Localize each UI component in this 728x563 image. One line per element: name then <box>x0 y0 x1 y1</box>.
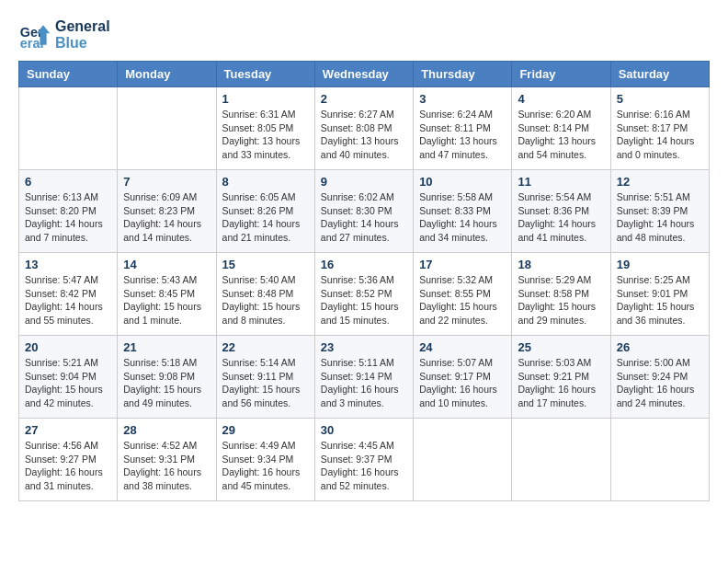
calendar-day-cell: 30Sunrise: 4:45 AM Sunset: 9:37 PM Dayli… <box>314 419 413 501</box>
calendar-day-cell: 22Sunrise: 5:14 AM Sunset: 9:11 PM Dayli… <box>216 336 314 419</box>
day-number: 19 <box>617 258 703 271</box>
day-number: 6 <box>25 175 111 189</box>
day-number: 1 <box>222 92 309 106</box>
calendar-day-cell: 3Sunrise: 6:24 AM Sunset: 8:11 PM Daylig… <box>414 87 512 170</box>
calendar-day-cell: 24Sunrise: 5:07 AM Sunset: 9:17 PM Dayli… <box>414 336 512 419</box>
calendar-day-cell: 21Sunrise: 5:18 AM Sunset: 9:08 PM Dayli… <box>118 336 216 419</box>
day-info: Sunrise: 6:16 AM Sunset: 8:17 PM Dayligh… <box>617 108 703 162</box>
day-info: Sunrise: 4:56 AM Sunset: 9:27 PM Dayligh… <box>25 439 111 493</box>
calendar-day-cell <box>512 419 610 501</box>
calendar-table: SundayMondayTuesdayWednesdayThursdayFrid… <box>18 61 710 501</box>
calendar-day-cell: 4Sunrise: 6:20 AM Sunset: 8:14 PM Daylig… <box>512 87 610 170</box>
calendar-week-row: 1Sunrise: 6:31 AM Sunset: 8:05 PM Daylig… <box>19 87 710 170</box>
calendar-week-row: 27Sunrise: 4:56 AM Sunset: 9:27 PM Dayli… <box>19 419 710 501</box>
logo-text-line2: Blue <box>55 35 110 52</box>
logo-icon: Gen eral <box>18 18 51 52</box>
day-number: 7 <box>123 175 210 189</box>
day-number: 13 <box>25 258 111 271</box>
weekday-header-row: SundayMondayTuesdayWednesdayThursdayFrid… <box>19 62 710 87</box>
weekday-header-cell: Saturday <box>610 62 709 87</box>
calendar-day-cell: 6Sunrise: 6:13 AM Sunset: 8:20 PM Daylig… <box>19 170 118 253</box>
day-info: Sunrise: 4:49 AM Sunset: 9:34 PM Dayligh… <box>222 439 309 493</box>
day-info: Sunrise: 5:40 AM Sunset: 8:48 PM Dayligh… <box>222 273 309 327</box>
day-info: Sunrise: 6:27 AM Sunset: 8:08 PM Dayligh… <box>321 108 407 162</box>
day-number: 26 <box>617 340 703 354</box>
calendar-day-cell: 16Sunrise: 5:36 AM Sunset: 8:52 PM Dayli… <box>314 253 413 336</box>
day-number: 15 <box>222 258 309 271</box>
day-info: Sunrise: 5:18 AM Sunset: 9:08 PM Dayligh… <box>123 356 210 410</box>
weekday-header-cell: Tuesday <box>216 62 314 87</box>
calendar-day-cell <box>19 87 118 170</box>
day-info: Sunrise: 5:25 AM Sunset: 9:01 PM Dayligh… <box>617 273 703 327</box>
day-info: Sunrise: 5:03 AM Sunset: 9:21 PM Dayligh… <box>518 356 604 410</box>
day-info: Sunrise: 5:29 AM Sunset: 8:58 PM Dayligh… <box>518 273 604 327</box>
calendar-day-cell <box>414 419 512 501</box>
calendar-day-cell: 8Sunrise: 6:05 AM Sunset: 8:26 PM Daylig… <box>216 170 314 253</box>
day-info: Sunrise: 5:47 AM Sunset: 8:42 PM Dayligh… <box>25 273 111 327</box>
day-info: Sunrise: 5:11 AM Sunset: 9:14 PM Dayligh… <box>321 356 407 410</box>
calendar-day-cell: 13Sunrise: 5:47 AM Sunset: 8:42 PM Dayli… <box>19 253 118 336</box>
day-info: Sunrise: 5:54 AM Sunset: 8:36 PM Dayligh… <box>518 190 604 245</box>
calendar-day-cell: 20Sunrise: 5:21 AM Sunset: 9:04 PM Dayli… <box>19 336 118 419</box>
day-info: Sunrise: 6:20 AM Sunset: 8:14 PM Dayligh… <box>518 108 604 162</box>
calendar-day-cell: 17Sunrise: 5:32 AM Sunset: 8:55 PM Dayli… <box>414 253 512 336</box>
calendar-day-cell: 29Sunrise: 4:49 AM Sunset: 9:34 PM Dayli… <box>216 419 314 501</box>
calendar-day-cell: 23Sunrise: 5:11 AM Sunset: 9:14 PM Dayli… <box>314 336 413 419</box>
page-header: Gen eral General Blue <box>18 18 710 52</box>
day-number: 14 <box>123 258 210 271</box>
calendar-day-cell: 27Sunrise: 4:56 AM Sunset: 9:27 PM Dayli… <box>19 419 118 501</box>
calendar-day-cell: 5Sunrise: 6:16 AM Sunset: 8:17 PM Daylig… <box>610 87 709 170</box>
calendar-day-cell: 25Sunrise: 5:03 AM Sunset: 9:21 PM Dayli… <box>512 336 610 419</box>
day-number: 17 <box>419 258 506 271</box>
day-number: 18 <box>518 258 604 271</box>
day-number: 25 <box>518 340 604 354</box>
day-info: Sunrise: 6:31 AM Sunset: 8:05 PM Dayligh… <box>222 108 309 162</box>
day-number: 24 <box>419 340 506 354</box>
day-number: 16 <box>321 258 407 271</box>
day-number: 5 <box>617 92 703 106</box>
calendar-day-cell: 10Sunrise: 5:58 AM Sunset: 8:33 PM Dayli… <box>414 170 512 253</box>
weekday-header-cell: Sunday <box>19 62 118 87</box>
calendar-week-row: 20Sunrise: 5:21 AM Sunset: 9:04 PM Dayli… <box>19 336 710 419</box>
day-info: Sunrise: 6:24 AM Sunset: 8:11 PM Dayligh… <box>419 108 506 162</box>
day-info: Sunrise: 6:05 AM Sunset: 8:26 PM Dayligh… <box>222 190 309 245</box>
day-number: 28 <box>123 423 210 437</box>
day-info: Sunrise: 5:32 AM Sunset: 8:55 PM Dayligh… <box>419 273 506 327</box>
day-number: 27 <box>25 423 111 437</box>
weekday-header-cell: Friday <box>512 62 610 87</box>
calendar-day-cell: 7Sunrise: 6:09 AM Sunset: 8:23 PM Daylig… <box>118 170 216 253</box>
calendar-day-cell: 28Sunrise: 4:52 AM Sunset: 9:31 PM Dayli… <box>118 419 216 501</box>
calendar-week-row: 13Sunrise: 5:47 AM Sunset: 8:42 PM Dayli… <box>19 253 710 336</box>
logo: Gen eral General Blue <box>18 18 110 52</box>
day-info: Sunrise: 6:09 AM Sunset: 8:23 PM Dayligh… <box>123 190 210 245</box>
day-info: Sunrise: 5:21 AM Sunset: 9:04 PM Dayligh… <box>25 356 111 410</box>
day-info: Sunrise: 6:13 AM Sunset: 8:20 PM Dayligh… <box>25 190 111 245</box>
day-info: Sunrise: 5:00 AM Sunset: 9:24 PM Dayligh… <box>617 356 703 410</box>
day-info: Sunrise: 5:07 AM Sunset: 9:17 PM Dayligh… <box>419 356 506 410</box>
calendar-day-cell: 1Sunrise: 6:31 AM Sunset: 8:05 PM Daylig… <box>216 87 314 170</box>
day-info: Sunrise: 5:58 AM Sunset: 8:33 PM Dayligh… <box>419 190 506 245</box>
day-info: Sunrise: 5:36 AM Sunset: 8:52 PM Dayligh… <box>321 273 407 327</box>
day-number: 4 <box>518 92 604 106</box>
day-info: Sunrise: 5:14 AM Sunset: 9:11 PM Dayligh… <box>222 356 309 410</box>
weekday-header-cell: Monday <box>118 62 216 87</box>
calendar-body: 1Sunrise: 6:31 AM Sunset: 8:05 PM Daylig… <box>19 87 710 501</box>
calendar-day-cell: 12Sunrise: 5:51 AM Sunset: 8:39 PM Dayli… <box>610 170 709 253</box>
day-info: Sunrise: 5:51 AM Sunset: 8:39 PM Dayligh… <box>617 190 703 245</box>
day-info: Sunrise: 4:52 AM Sunset: 9:31 PM Dayligh… <box>123 439 210 493</box>
calendar-day-cell <box>118 87 216 170</box>
weekday-header-cell: Wednesday <box>314 62 413 87</box>
calendar-day-cell: 15Sunrise: 5:40 AM Sunset: 8:48 PM Dayli… <box>216 253 314 336</box>
day-number: 3 <box>419 92 506 106</box>
day-number: 12 <box>617 175 703 189</box>
calendar-day-cell <box>610 419 709 501</box>
logo-text-line1: General <box>55 18 110 35</box>
calendar-day-cell: 19Sunrise: 5:25 AM Sunset: 9:01 PM Dayli… <box>610 253 709 336</box>
calendar-day-cell: 9Sunrise: 6:02 AM Sunset: 8:30 PM Daylig… <box>314 170 413 253</box>
calendar-day-cell: 2Sunrise: 6:27 AM Sunset: 8:08 PM Daylig… <box>314 87 413 170</box>
day-number: 11 <box>518 175 604 189</box>
day-info: Sunrise: 4:45 AM Sunset: 9:37 PM Dayligh… <box>321 439 407 493</box>
day-number: 29 <box>222 423 309 437</box>
day-number: 8 <box>222 175 309 189</box>
calendar-day-cell: 26Sunrise: 5:00 AM Sunset: 9:24 PM Dayli… <box>610 336 709 419</box>
